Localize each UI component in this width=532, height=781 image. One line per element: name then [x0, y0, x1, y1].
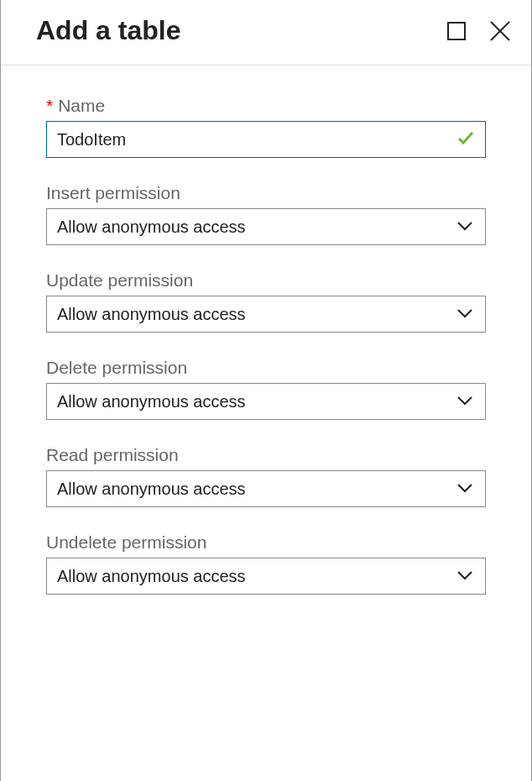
chevron-down-icon — [456, 569, 473, 584]
delete-permission-label: Delete permission — [46, 358, 486, 378]
read-permission-value: Allow anonymous access — [47, 473, 485, 506]
name-input-wrapper — [46, 121, 486, 158]
chevron-down-icon — [456, 394, 473, 409]
close-icon — [489, 20, 511, 42]
delete-permission-select[interactable]: Allow anonymous access — [46, 383, 486, 420]
maximize-icon — [447, 22, 466, 40]
dialog-title: Add a table — [36, 15, 180, 46]
chevron-down-icon — [456, 481, 473, 496]
name-field-group: *Name — [46, 96, 486, 158]
dialog-content: *Name Insert permission Allow anonymous … — [1, 66, 531, 595]
update-permission-group: Update permission Allow anonymous access — [46, 270, 486, 333]
update-permission-label: Update permission — [46, 270, 486, 291]
delete-permission-group: Delete permission Allow anonymous access — [46, 358, 486, 420]
insert-permission-label: Insert permission — [46, 183, 486, 203]
header-actions — [447, 20, 511, 42]
name-input[interactable] — [47, 122, 485, 157]
read-permission-label: Read permission — [46, 445, 486, 465]
name-label-text: Name — [58, 96, 105, 115]
undelete-permission-select[interactable]: Allow anonymous access — [46, 558, 486, 595]
insert-permission-group: Insert permission Allow anonymous access — [46, 183, 486, 245]
insert-permission-value: Allow anonymous access — [47, 211, 485, 244]
dialog-header: Add a table — [1, 0, 531, 66]
maximize-button[interactable] — [447, 22, 466, 40]
read-permission-select[interactable]: Allow anonymous access — [46, 470, 486, 507]
update-permission-value: Allow anonymous access — [47, 298, 485, 331]
required-indicator: * — [46, 96, 53, 115]
insert-permission-select[interactable]: Allow anonymous access — [46, 208, 486, 245]
svg-rect-0 — [448, 23, 465, 39]
undelete-permission-group: Undelete permission Allow anonymous acce… — [46, 532, 486, 595]
read-permission-group: Read permission Allow anonymous access — [46, 445, 486, 507]
checkmark-icon — [456, 128, 475, 150]
undelete-permission-label: Undelete permission — [46, 532, 486, 553]
chevron-down-icon — [456, 307, 473, 322]
delete-permission-value: Allow anonymous access — [47, 385, 485, 418]
name-label: *Name — [46, 96, 486, 116]
close-button[interactable] — [489, 20, 511, 42]
undelete-permission-value: Allow anonymous access — [47, 560, 485, 593]
chevron-down-icon — [456, 219, 473, 234]
update-permission-select[interactable]: Allow anonymous access — [46, 296, 486, 333]
